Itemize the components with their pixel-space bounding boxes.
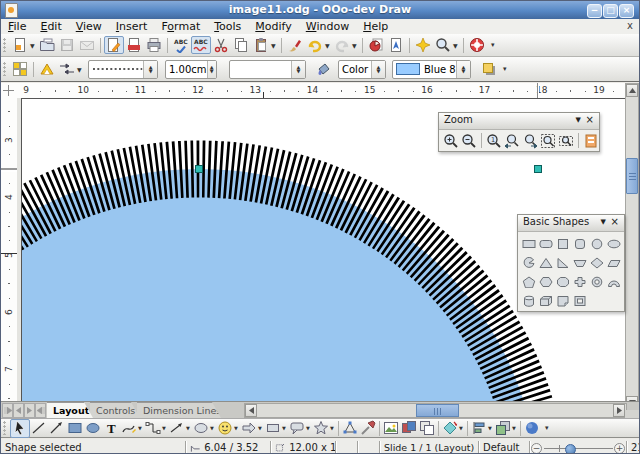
shape-hexagon[interactable]	[537, 272, 554, 291]
toolbar-overflow-icon[interactable]: ▾	[545, 424, 549, 432]
tab-nav-previous[interactable]	[13, 403, 24, 418]
print-icon[interactable]	[144, 36, 164, 54]
zoom-icon[interactable]	[433, 36, 453, 54]
shadow-icon[interactable]	[479, 60, 499, 78]
alignment-icon[interactable]	[470, 420, 488, 437]
undo-icon[interactable]	[305, 36, 325, 54]
menu-view[interactable]: View	[69, 19, 109, 34]
shape-right-triangle[interactable]	[554, 253, 571, 272]
panel-menu-icon[interactable]: ▼	[576, 116, 581, 124]
tab-dimension-lines[interactable]: Dimension Lines	[137, 402, 221, 418]
scroll-left-button[interactable]	[245, 404, 257, 417]
rectangle-draw-icon[interactable]	[66, 420, 84, 437]
shape-block-arc[interactable]	[605, 272, 622, 291]
clone-icon[interactable]	[418, 420, 436, 437]
minimize-button[interactable]: −	[587, 4, 602, 18]
insert-picture-icon[interactable]	[382, 420, 400, 437]
zoom-page-icon[interactable]	[539, 131, 557, 150]
basic-shapes-icon[interactable]	[192, 420, 210, 437]
selection-handle-top-right[interactable]	[534, 165, 542, 173]
panel-close-icon[interactable]: ×	[586, 114, 594, 125]
zoom-out-button[interactable]: −	[531, 443, 542, 453]
copy-icon[interactable]	[231, 36, 251, 54]
shape-circle-pie[interactable]	[520, 253, 537, 272]
shape-square[interactable]	[554, 234, 571, 253]
arrow-style-icon[interactable]	[37, 60, 57, 78]
shape-ring[interactable]	[588, 272, 605, 291]
title-bar[interactable]: image11.odg - OOo-dev Draw − □ ×	[1, 1, 639, 19]
chart-icon[interactable]	[366, 36, 386, 54]
menu-modify[interactable]: Modify	[248, 19, 298, 34]
tab-controls[interactable]: Controls	[90, 402, 140, 418]
line-style-spin[interactable]: ▲▼	[143, 61, 157, 78]
fill-color-combo[interactable]: Blue 8▲▼	[392, 60, 471, 79]
shape-ellipse[interactable]	[605, 234, 622, 253]
zoom-out-icon[interactable]	[460, 131, 478, 150]
extrusion-icon[interactable]	[523, 420, 541, 437]
new-document-dropdown-icon[interactable]: ▼	[30, 36, 37, 54]
line-color-combo[interactable]: ▲▼	[229, 60, 306, 79]
redo-dropdown-icon[interactable]: ▼	[352, 36, 359, 54]
arrange-icon[interactable]	[494, 420, 512, 437]
area-style-icon[interactable]	[314, 60, 334, 78]
new-document-icon[interactable]	[10, 36, 30, 54]
horizontal-scroll-thumb[interactable]	[416, 404, 459, 417]
lines-arrows-icon[interactable]	[168, 420, 186, 437]
vertical-scrollbar[interactable]	[625, 83, 639, 410]
shape-isosceles-triangle[interactable]	[537, 253, 554, 272]
fill-color-spin[interactable]: ▲▼	[456, 61, 470, 78]
zoom-previous-icon[interactable]	[503, 131, 521, 150]
send-email-icon[interactable]	[77, 36, 97, 54]
shape-regular-pentagon[interactable]	[520, 272, 537, 291]
spellcheck-icon[interactable]: ABC	[171, 36, 191, 54]
menu-insert[interactable]: Insert	[109, 19, 155, 34]
export-pdf-icon[interactable]	[124, 36, 144, 54]
line-arrow-end-icon[interactable]	[48, 420, 66, 437]
shape-rectangle[interactable]	[520, 234, 537, 253]
close-button[interactable]: ×	[619, 4, 634, 18]
zoom-100-icon[interactable]: 1	[485, 131, 503, 150]
scroll-right-button[interactable]	[613, 404, 625, 417]
zoom-pan-icon[interactable]	[413, 36, 433, 54]
callouts-icon[interactable]	[288, 420, 306, 437]
connector-icon[interactable]	[144, 420, 162, 437]
open-icon[interactable]	[37, 36, 57, 54]
toolbar-grip[interactable]	[3, 38, 7, 52]
shape-cube[interactable]	[537, 291, 554, 310]
maximize-button[interactable]: □	[603, 4, 618, 18]
edit-file-icon[interactable]	[104, 36, 124, 54]
toolbar-overflow-icon[interactable]: ▾	[491, 41, 495, 49]
auto-spellcheck-icon[interactable]: ABC	[191, 36, 211, 54]
symbol-shapes-icon[interactable]	[216, 420, 234, 437]
styles-icon[interactable]	[10, 60, 30, 78]
flowcharts-icon[interactable]	[264, 420, 282, 437]
line-icon[interactable]	[30, 420, 48, 437]
menu-format[interactable]: Format	[154, 19, 207, 34]
line-style-combo[interactable]: ▲▼	[88, 60, 158, 79]
zoom-in-button[interactable]: +	[614, 443, 625, 453]
tab-nav-last[interactable]	[35, 403, 46, 418]
line-width-spin[interactable]: ▲▼	[207, 61, 216, 78]
shape-circle[interactable]	[588, 234, 605, 253]
tab-nav-first[interactable]	[2, 403, 13, 418]
save-icon[interactable]	[57, 36, 77, 54]
toolbar-grip[interactable]	[3, 421, 7, 435]
tab-nav-next[interactable]	[24, 403, 35, 418]
panel-close-icon[interactable]: ×	[611, 216, 619, 227]
shape-octagon[interactable]	[554, 272, 571, 291]
menu-file[interactable]: File	[1, 19, 33, 34]
shape-rectangle-rounded[interactable]	[537, 234, 554, 253]
zoom-page-width-icon[interactable]	[557, 131, 575, 150]
toolbar-grip[interactable]	[3, 62, 7, 76]
shape-square-rounded[interactable]	[571, 234, 588, 253]
fill-type-combo[interactable]: Color▲▼	[338, 60, 386, 79]
help-icon[interactable]	[467, 36, 487, 54]
shapes-panel-titlebar[interactable]: Basic Shapes ▼ ×	[518, 215, 624, 232]
document-close-icon[interactable]: x	[627, 20, 633, 31]
curve-icon[interactable]	[120, 420, 138, 437]
menu-edit[interactable]: Edit	[33, 19, 68, 34]
zoom-slider[interactable]: − +	[530, 441, 626, 453]
zoom-dropdown-icon[interactable]: ▼	[453, 36, 460, 54]
redo-icon[interactable]	[332, 36, 352, 54]
zoom-next-icon[interactable]	[521, 131, 539, 150]
